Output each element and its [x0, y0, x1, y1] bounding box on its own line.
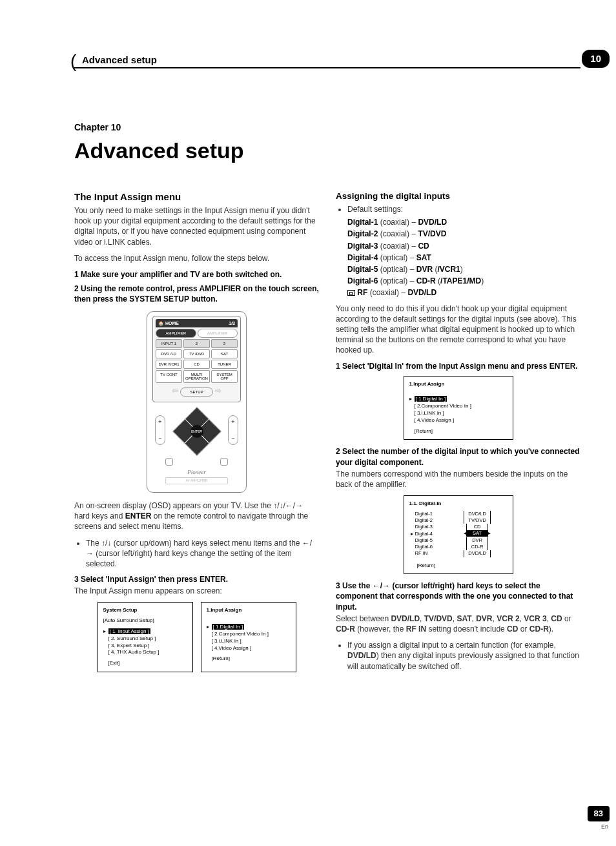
- page-lang: En: [601, 823, 608, 831]
- remote-btn-amplifier-active: AMPLIFIER: [156, 329, 196, 338]
- arrow-right-icon: →: [295, 501, 303, 510]
- remote-diagram: 🏠 HOME 1/3 AMPLIFIER AMPLIFIER INPUT 1 2…: [147, 311, 247, 493]
- chapter-label: Chapter 10: [74, 121, 580, 134]
- remote-btn-tvcont: TV CONT: [156, 370, 182, 383]
- left-column: The Input Assign menu You only need to m…: [74, 191, 319, 677]
- remote-enter: ENTER: [190, 425, 203, 438]
- remote-btn-sysoff: SYSTEM OFF: [211, 370, 238, 383]
- intro-paragraph: You only need to make settings in the In…: [74, 205, 319, 247]
- menu-input-assign: 1.Input Assign ▸[ 1.Digital In ] [ 2.Com…: [201, 602, 296, 672]
- remote-home: HOME: [165, 321, 179, 325]
- remote-btn-tuner: TUNER: [211, 360, 238, 369]
- left-step-1: 1 Make sure your amplifier and TV are bo…: [74, 269, 319, 280]
- arrow-up-icon: ↑: [273, 501, 277, 510]
- remote-btn-cd: CD: [183, 360, 210, 369]
- remote-btn-dvd: DVD /LD: [156, 349, 182, 358]
- page-number: 83: [588, 806, 610, 821]
- arrow-left-icon: ←: [302, 539, 310, 548]
- ac3-icon: [347, 290, 355, 296]
- page-header: ( Advanced setup 10: [74, 52, 580, 70]
- remote-btn-multi: MULTI OPERATION: [183, 370, 210, 383]
- menu-input-assign-2: 1.Input Assign ▸[ 1.Digital In ] [ 2.Com…: [404, 376, 513, 440]
- remote-small-btn-left: [165, 458, 173, 466]
- section-assign-digital: Assigning the digital inputs: [336, 191, 580, 202]
- chapter-badge: 10: [582, 50, 610, 68]
- header-label: Advanced setup: [82, 54, 157, 67]
- arrow-right-icon: →: [382, 581, 390, 590]
- remote-volume-left: +−: [155, 415, 165, 445]
- menu-system-setup: System Setup [Auto Surround Setup] ▸[ 1.…: [98, 602, 193, 672]
- remote-btn-dvr: DVR /VCR1: [156, 360, 182, 369]
- right-step-2-sub: The numbers correspond with the numbers …: [336, 469, 580, 490]
- right-step-3: 3 Use the ←/→ (cursor left/right) hard k…: [336, 581, 580, 612]
- right-step-2: 2 Select the number of the digital input…: [336, 446, 580, 467]
- arrow-up-icon: ↑: [101, 539, 105, 548]
- osd-paragraph: An on-screen display (OSD) appears on yo…: [74, 500, 319, 532]
- arrow-left-icon: ←: [285, 501, 293, 510]
- right-para-1: You only need to do this if you didn't h…: [336, 304, 580, 356]
- remote-btn-amplifier-ghost: AMPLIFIER: [198, 329, 238, 338]
- remote-page-ratio: 1/3: [229, 320, 235, 326]
- page-title: Advanced setup: [74, 136, 580, 166]
- right-para-2: Select between DVD/LD, TV/DVD, SAT, DVR,…: [336, 614, 580, 634]
- left-step-3-sub: The Input Assign menu appears on screen:: [74, 586, 319, 596]
- remote-screen: 🏠 HOME 1/3 AMPLIFIER AMPLIFIER INPUT 1 2…: [152, 316, 241, 403]
- menu-digital-in: 1.1. Digital-In Digital-1DVD/LD Digital-…: [404, 495, 513, 574]
- remote-dpad-area: +− ENTER +−: [152, 409, 241, 454]
- remote-model: AV AMPLIFIER: [165, 477, 228, 484]
- header-rule: [74, 67, 580, 68]
- arrow-down-icon: ↓: [107, 539, 111, 548]
- section-input-assign: The Input Assign menu: [74, 191, 319, 203]
- arrow-left-icon: ←: [373, 581, 380, 590]
- defaults-label: Default settings:: [347, 204, 580, 214]
- remote-btn-input1: INPUT 1: [156, 339, 182, 348]
- remote-btn-setup: SETUP: [180, 387, 212, 397]
- remote-btn-input3: 3: [211, 339, 238, 348]
- right-step-1: 1 Select 'Digital In' from the Input Ass…: [336, 361, 580, 371]
- defaults-list: Digital-1 (coaxial) – DVD/LD Digital-2 (…: [347, 217, 580, 298]
- remote-btn-input2: 2: [183, 339, 210, 348]
- remote-brand: Pioneer: [152, 468, 241, 476]
- remote-btn-sat: SAT: [211, 349, 238, 358]
- remote-dpad: ENTER: [180, 414, 214, 449]
- header-left-paren: (: [70, 49, 76, 74]
- left-step-2: 2 Using the remote control, press AMPLIF…: [74, 284, 319, 304]
- access-paragraph: To access the Input Assign menu, follow …: [74, 253, 319, 263]
- arrow-right-icon: →: [86, 549, 94, 558]
- arrow-down-icon: ↓: [280, 501, 283, 510]
- right-bullet: If you assign a digital input to a certa…: [347, 640, 580, 672]
- remote-small-btn-right: [220, 458, 228, 466]
- right-column: Assigning the digital inputs Default set…: [336, 191, 580, 677]
- left-step-3: 3 Select 'Input Assign' then press ENTER…: [74, 574, 319, 584]
- remote-volume-right: +−: [228, 415, 238, 445]
- osd-bullet: The ↑/↓ (cursor up/down) hard keys selec…: [86, 538, 319, 570]
- remote-btn-tv: TV /DVD: [183, 349, 210, 358]
